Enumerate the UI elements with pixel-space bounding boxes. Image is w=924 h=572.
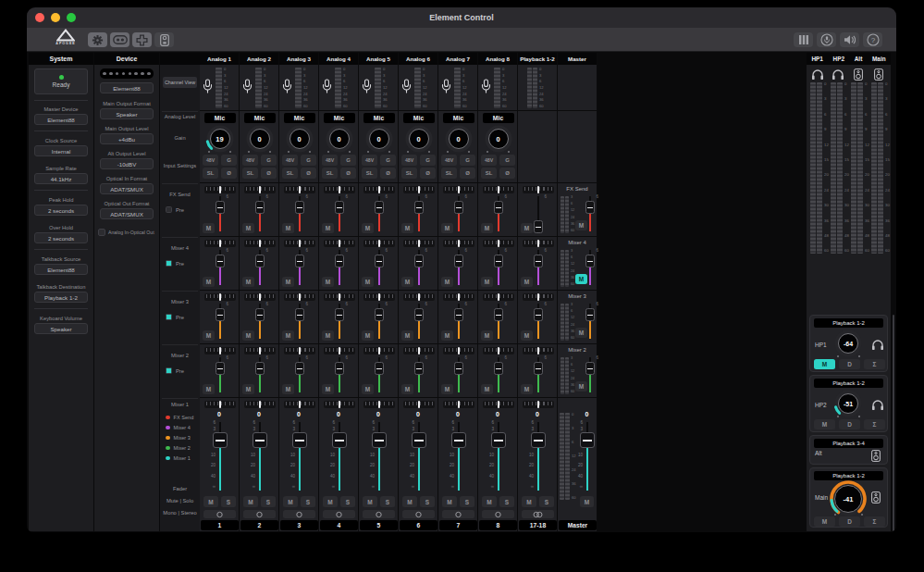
send-mute-button[interactable]: M — [362, 384, 374, 394]
field-value-dropdown[interactable]: +4dBu — [100, 133, 154, 144]
channel-fader[interactable]: 630102040∞ — [478, 420, 518, 492]
channel-fader[interactable]: 630102040∞ — [200, 420, 240, 492]
send-fader[interactable]: 6 — [412, 355, 426, 394]
pan-thumb[interactable] — [498, 240, 499, 247]
fader-thumb[interactable] — [375, 201, 384, 214]
pan-thumb[interactable] — [299, 347, 301, 354]
send-mute-button[interactable]: M — [282, 223, 294, 233]
send-fader[interactable]: 6 — [292, 355, 307, 394]
pan-slider[interactable] — [483, 347, 514, 354]
solo-button[interactable]: S — [499, 496, 514, 507]
channel-fader[interactable]: 630102040∞ — [438, 420, 478, 492]
send-mute-button[interactable]: M — [401, 330, 413, 341]
fader-thumb[interactable] — [372, 432, 387, 448]
send-fader[interactable]: 6 — [253, 194, 267, 233]
mono-toggle-button[interactable] — [482, 510, 514, 518]
zoom-button[interactable] — [67, 13, 76, 22]
send-fader[interactable]: 6 — [531, 355, 546, 394]
pan-thumb[interactable] — [259, 240, 261, 247]
send-mute-button[interactable]: M — [441, 277, 453, 287]
field-value-dropdown[interactable]: ADAT/SMUX — [100, 183, 154, 194]
fader-thumb[interactable] — [295, 255, 304, 267]
fader-thumb[interactable] — [295, 308, 304, 321]
pan-thumb[interactable] — [259, 401, 261, 408]
fader-thumb[interactable] — [255, 362, 265, 375]
phantom-48v-button[interactable]: 48V — [481, 155, 497, 166]
master-mute-button[interactable]: M — [580, 496, 594, 507]
send-fader[interactable]: 6 — [451, 194, 466, 233]
gain-knob[interactable]: 0 — [364, 124, 394, 154]
fader-thumb[interactable] — [580, 432, 595, 448]
main-volume-knob[interactable]: -41 — [830, 480, 867, 517]
phantom-48v-button[interactable]: 48V — [362, 155, 377, 166]
fader-thumb[interactable] — [253, 432, 267, 448]
send-mute-button[interactable]: M — [521, 223, 533, 233]
send-mute-button[interactable]: M — [441, 330, 453, 341]
close-button[interactable] — [35, 13, 44, 22]
fader-thumb[interactable] — [335, 362, 344, 375]
gain-knob[interactable]: 0 — [285, 124, 314, 154]
pan-thumb[interactable] — [378, 240, 380, 247]
phantom-48v-button[interactable]: 48V — [322, 155, 338, 166]
fader-thumb[interactable] — [414, 308, 424, 321]
pan-thumb[interactable] — [219, 186, 221, 193]
input-type-button[interactable]: Mic — [284, 113, 315, 123]
fader-thumb[interactable] — [292, 432, 307, 448]
phantom-48v-button[interactable]: 48V — [441, 155, 457, 166]
gain-knob[interactable]: 0 — [404, 124, 434, 154]
fader-thumb[interactable] — [216, 362, 225, 375]
pan-thumb[interactable] — [498, 401, 499, 408]
soft-limit-button[interactable]: SL — [322, 168, 338, 179]
send-mute-button[interactable]: M — [521, 330, 533, 341]
field-value-dropdown[interactable]: Speaker — [34, 323, 88, 334]
mono-toggle-button[interactable] — [402, 510, 435, 518]
solo-button[interactable]: S — [301, 496, 315, 507]
fader-thumb[interactable] — [375, 362, 384, 375]
mute-button[interactable]: M — [243, 496, 258, 507]
pan-slider[interactable] — [204, 347, 236, 354]
pan-thumb[interactable] — [339, 240, 340, 247]
field-value-dropdown[interactable]: Element88 — [34, 264, 88, 275]
pan-slider[interactable] — [204, 186, 236, 193]
pan-thumb[interactable] — [458, 186, 460, 193]
send-mute-button[interactable]: M — [242, 223, 254, 233]
pan-thumb[interactable] — [259, 186, 261, 193]
send-mute-button[interactable]: M — [362, 223, 374, 233]
pan-slider[interactable] — [363, 401, 395, 408]
channel-fader[interactable]: 630102040∞ — [518, 420, 558, 492]
pan-slider[interactable] — [244, 401, 276, 408]
mute-button[interactable]: M — [283, 496, 298, 507]
pan-thumb[interactable] — [418, 186, 420, 193]
send-fader[interactable]: 6 — [253, 302, 267, 341]
send-fader[interactable]: 6 — [253, 355, 267, 394]
soft-limit-button[interactable]: SL — [203, 168, 218, 179]
phase-button[interactable]: Ø — [340, 168, 356, 179]
fader-thumb[interactable] — [585, 362, 595, 375]
send-mute-button[interactable]: M — [322, 384, 334, 394]
solo-button[interactable]: S — [261, 496, 276, 507]
fader-thumb[interactable] — [375, 255, 384, 267]
pan-thumb[interactable] — [339, 401, 340, 408]
hp2-sum-to-mono-button[interactable]: Σ — [864, 419, 885, 429]
send-mute-button[interactable]: M — [521, 277, 533, 287]
pan-slider[interactable] — [443, 186, 474, 193]
channel-fader[interactable]: 630102040∞ — [240, 420, 279, 492]
pan-thumb[interactable] — [219, 240, 221, 247]
pan-thumb[interactable] — [259, 347, 261, 354]
send-fader[interactable]: 6 — [213, 194, 228, 233]
send-fader[interactable]: 6 — [491, 194, 506, 233]
send-fader[interactable]: 6 — [332, 248, 347, 287]
fader-thumb[interactable] — [494, 255, 503, 267]
fader-thumb[interactable] — [534, 308, 543, 321]
pan-thumb[interactable] — [537, 186, 539, 193]
fader-thumb[interactable] — [585, 255, 595, 267]
fader-thumb[interactable] — [216, 308, 225, 321]
mute-button[interactable]: M — [442, 496, 457, 507]
minimize-button[interactable] — [51, 13, 60, 22]
soft-limit-button[interactable]: SL — [362, 168, 377, 179]
fader-thumb[interactable] — [335, 255, 344, 267]
scrollbar[interactable] — [893, 315, 894, 531]
pan-slider[interactable] — [324, 293, 355, 301]
output-source-dropdown[interactable]: Playback 1-2 — [814, 379, 883, 388]
pan-slider[interactable] — [363, 186, 395, 193]
